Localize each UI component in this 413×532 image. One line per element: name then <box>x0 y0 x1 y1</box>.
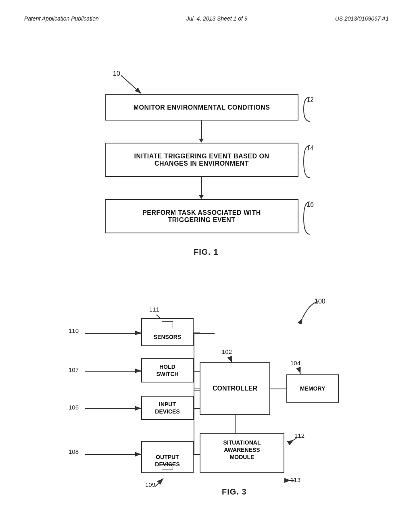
label-102: 102 <box>222 348 232 355</box>
hline-sen-ctrl <box>194 332 200 333</box>
hline-inp-ctrl <box>194 408 200 409</box>
header-left: Patent Application Publication <box>24 15 99 22</box>
box-hold-switch: HOLD SWITCH <box>141 358 194 382</box>
header-right: US 2013/0169067 A1 <box>335 15 389 22</box>
sensors-inner-rect <box>162 321 173 329</box>
arrowhead-2-3 <box>199 195 204 199</box>
situational-line2: AWARENESS <box>223 446 261 453</box>
arrow-100-svg <box>290 300 323 324</box>
vline-ctrl-sit <box>235 415 236 434</box>
bracket-12-svg <box>302 95 314 123</box>
hline-output <box>85 454 141 455</box>
arrow-1-2 <box>201 121 202 141</box>
hline-input <box>85 408 141 409</box>
box-sensors: SENSORS <box>141 318 194 346</box>
header: Patent Application Publication Jul. 4, 2… <box>24 8 389 34</box>
label-107: 107 <box>69 366 79 373</box>
bracket-14-svg <box>302 143 314 180</box>
arrowhead-input-svg <box>135 405 143 411</box>
fig3-label: FIG. 3 <box>222 487 247 497</box>
bracket-16-svg <box>302 200 314 236</box>
situational-line1: SITUATIONAL <box>223 439 261 446</box>
fig1-label: FIG. 1 <box>194 247 219 257</box>
output-inner-rect <box>162 464 173 470</box>
fig1-diagram: 10 MONITOR ENVIRONMENTAL CONDITIONS 12 <box>24 34 389 292</box>
box-perform-line1: PERFORM TASK ASSOCIATED WITH <box>142 209 261 216</box>
box-monitor-text: MONITOR ENVIRONMENTAL CONDITIONS <box>133 104 270 111</box>
sensors-text: SENSORS <box>154 333 181 341</box>
box-output-devices: OUTPUT DEVICES <box>141 441 194 473</box>
memory-text: MEMORY <box>300 385 325 392</box>
situational-inner-rect <box>230 463 254 469</box>
box-input-devices: INPUT DEVICES <box>141 396 194 420</box>
box-initiate: INITIATE TRIGGERING EVENT BASED ON CHANG… <box>105 143 298 177</box>
svg-line-20 <box>288 438 296 443</box>
arrowhead-hold-svg <box>135 368 143 374</box>
controller-text: CONTROLLER <box>213 384 257 393</box>
box-perform: PERFORM TASK ASSOCIATED WITH TRIGGERING … <box>105 199 298 233</box>
hline-sensors <box>85 333 141 334</box>
arrow-104-svg <box>294 366 307 376</box>
hline-out-ctrl <box>194 454 200 455</box>
box-perform-text: PERFORM TASK ASSOCIATED WITH TRIGGERING … <box>142 209 261 224</box>
hold-switch-line1: HOLD SWITCH <box>156 363 178 378</box>
hline-to-ctrl-top <box>194 390 200 391</box>
page: Patent Application Publication Jul. 4, 2… <box>0 0 413 532</box>
label-106: 106 <box>69 404 79 411</box>
arrow-10-svg <box>117 73 149 98</box>
label-108: 108 <box>69 448 79 455</box>
box-memory: MEMORY <box>286 374 339 403</box>
arrowhead-1-2 <box>199 139 204 143</box>
arrow-2-3 <box>201 177 202 197</box>
arrowhead-output-svg <box>135 451 143 457</box>
label-110: 110 <box>69 327 79 334</box>
header-center: Jul. 4, 2013 Sheet 1 of 9 <box>186 15 248 22</box>
hline-ctrl-mem <box>270 389 287 389</box>
box-perform-line2: TRIGGERING EVENT <box>142 216 261 224</box>
situational-text: SITUATIONAL AWARENESS MODULE <box>223 439 261 461</box>
fig3-diagram: 100 111 SENSORS 110 <box>24 296 389 532</box>
svg-line-18 <box>298 368 300 374</box>
hold-switch-text: HOLD SWITCH <box>156 363 178 378</box>
label-111: 111 <box>149 306 159 313</box>
box-monitor: MONITOR ENVIRONMENTAL CONDITIONS <box>105 94 298 121</box>
box-controller: CONTROLLER <box>200 362 270 415</box>
input-devices-text: INPUT DEVICES <box>155 401 179 415</box>
svg-line-16 <box>230 357 232 363</box>
box-initiate-line1: INITIATE TRIGGERING EVENT BASED ON <box>134 153 269 160</box>
vline-left-connector <box>194 332 194 454</box>
arrowhead-sensors-svg <box>135 330 143 336</box>
arrow-109-svg <box>149 476 169 488</box>
hline-junction-ctrl <box>194 389 200 389</box>
svg-line-14 <box>155 478 163 486</box>
situational-line3: MODULE <box>223 453 261 461</box>
box-situational: SITUATIONAL AWARENESS MODULE <box>200 433 284 473</box>
box-initiate-text: INITIATE TRIGGERING EVENT BASED ON CHANG… <box>134 153 269 167</box>
box-initiate-line2: CHANGES IN ENVIRONMENT <box>134 160 269 167</box>
arrow-113-svg <box>282 476 296 484</box>
svg-line-1 <box>121 75 141 94</box>
hline-hold-ctrl <box>194 371 200 372</box>
arrow-112-svg <box>286 436 298 446</box>
arrow-102-svg <box>226 355 238 364</box>
hline-hold <box>85 371 141 372</box>
